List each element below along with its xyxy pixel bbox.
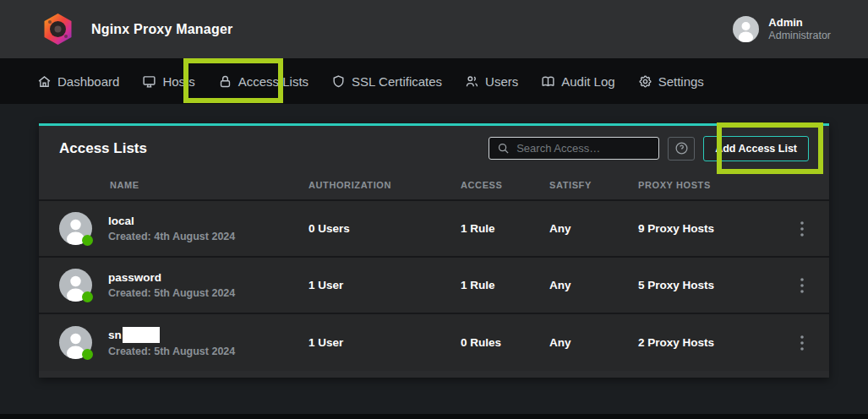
proxy-hosts-value: 2 Proxy Hosts <box>638 336 783 349</box>
access-value: 0 Rules <box>461 336 549 349</box>
status-online-dot <box>82 349 93 360</box>
user-menu[interactable]: Admin Administrator <box>733 0 831 58</box>
table-row[interactable]: password Created: 5th August 2024 1 User… <box>39 258 829 314</box>
authorization-value: 1 User <box>308 279 461 291</box>
help-button[interactable] <box>668 137 695 161</box>
home-icon <box>37 74 52 89</box>
users-icon <box>465 74 479 89</box>
created-date: Created: 5th August 2024 <box>108 346 235 357</box>
satisfy-value: Any <box>549 336 638 349</box>
status-online-dot <box>82 291 93 302</box>
authorization-value: 0 Users <box>308 222 461 235</box>
proxy-hosts-value: 9 Proxy Hosts <box>638 222 783 235</box>
shield-icon <box>331 74 346 89</box>
nav-item-audit-log[interactable]: Audit Log <box>541 74 614 89</box>
nav-item-settings[interactable]: Settings <box>638 74 704 89</box>
app-title: Nginx Proxy Manager <box>91 0 232 58</box>
main-nav: Dashboard Hosts Access Lists SSL Certifi… <box>0 58 868 104</box>
lock-icon <box>218 74 232 89</box>
search-input[interactable] <box>516 142 665 155</box>
column-header-authorization: AUTHORIZATION <box>308 180 461 190</box>
column-header-name: NAME <box>59 180 308 190</box>
gear-icon <box>638 74 652 89</box>
column-header-satisfy: SATISFY <box>549 180 638 190</box>
top-bar: Nginx Proxy Manager Admin Administrator <box>0 0 868 58</box>
table-row[interactable]: sn Created: 5th August 2024 1 User 0 Rul… <box>39 314 829 371</box>
search-icon <box>497 142 510 155</box>
proxy-hosts-value: 5 Proxy Hosts <box>638 279 783 291</box>
nav-item-dashboard[interactable]: Dashboard <box>37 74 119 89</box>
row-menu-button[interactable] <box>795 332 809 354</box>
avatar <box>59 326 92 359</box>
row-menu-button[interactable] <box>795 275 809 297</box>
access-value: 1 Rule <box>461 222 549 235</box>
user-avatar <box>733 16 759 42</box>
add-access-list-button[interactable]: Add Access List <box>703 136 809 161</box>
access-value: 1 Rule <box>461 279 549 291</box>
panel-header: Access Lists Add Access List <box>39 126 829 171</box>
authorization-value: 1 User <box>308 336 461 349</box>
status-online-dot <box>82 235 93 246</box>
table-header: NAME AUTHORIZATION ACCESS SATISFY PROXY … <box>39 171 829 201</box>
nav-item-ssl-certificates[interactable]: SSL Certificates <box>331 74 442 89</box>
nav-item-users[interactable]: Users <box>465 74 518 89</box>
search-box <box>489 137 659 160</box>
satisfy-value: Any <box>549 222 638 235</box>
table-body: local Created: 4th August 2024 0 Users 1… <box>39 201 829 371</box>
nav-item-access-lists[interactable]: Access Lists <box>218 74 308 89</box>
access-list-name: local <box>108 215 134 228</box>
redaction-box <box>123 327 160 343</box>
created-date: Created: 4th August 2024 <box>108 231 235 242</box>
access-list-name: sn <box>108 329 122 342</box>
column-header-proxy-hosts: PROXY HOSTS <box>638 180 783 190</box>
user-name: Admin <box>768 16 831 30</box>
created-date: Created: 5th August 2024 <box>108 287 235 299</box>
app-window: Nginx Proxy Manager Admin Administrator … <box>0 0 868 419</box>
table-row[interactable]: local Created: 4th August 2024 0 Users 1… <box>39 201 829 258</box>
satisfy-value: Any <box>549 279 638 291</box>
question-circle-icon <box>674 141 689 155</box>
kebab-icon <box>800 335 804 351</box>
nav-item-hosts[interactable]: Hosts <box>142 74 194 89</box>
kebab-icon <box>800 278 804 293</box>
access-list-name: password <box>108 271 161 285</box>
column-header-access: ACCESS <box>461 180 549 190</box>
user-role: Administrator <box>768 30 831 43</box>
access-lists-panel: Access Lists Add Access List NAME AUTHOR… <box>39 123 829 378</box>
monitor-icon <box>142 74 156 89</box>
avatar <box>59 212 92 245</box>
row-menu-button[interactable] <box>795 218 809 240</box>
panel-title: Access Lists <box>59 140 147 157</box>
app-logo-icon <box>41 12 75 46</box>
kebab-icon <box>800 221 804 237</box>
book-icon <box>541 74 555 89</box>
avatar <box>59 269 92 302</box>
